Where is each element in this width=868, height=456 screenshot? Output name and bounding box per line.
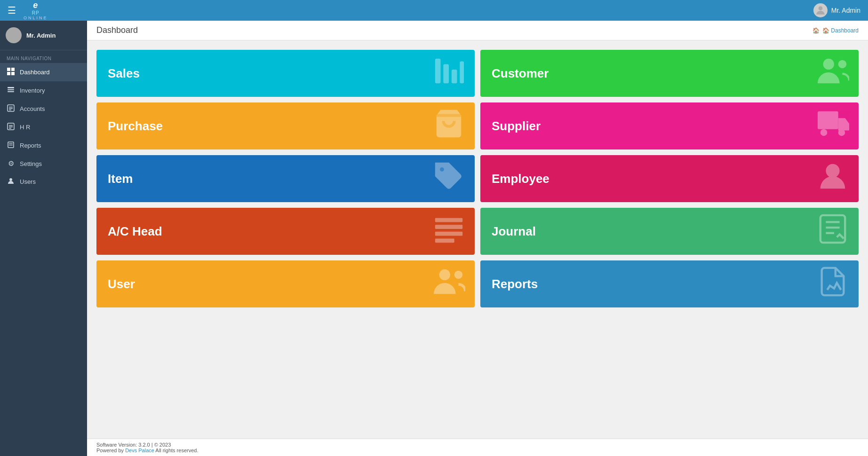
sidebar-item-reports[interactable]: Reports	[0, 136, 87, 155]
sidebar-label-users: Users	[20, 178, 36, 185]
sidebar-user: Mr. Admin	[0, 21, 87, 50]
hr-icon	[7, 123, 15, 132]
sidebar-item-hr[interactable]: H R	[0, 118, 87, 136]
svg-point-39	[454, 271, 463, 279]
card-journal-label: Journal	[480, 224, 536, 239]
svg-rect-16	[9, 128, 11, 129]
hamburger-button[interactable]: ☰	[8, 5, 16, 16]
sidebar-label-settings: Settings	[20, 160, 42, 167]
breadcrumb-bar: Dashboard 🏠 🏠 Dashboard	[87, 21, 868, 40]
svg-rect-10	[9, 107, 13, 108]
card-reports-label: Reports	[480, 277, 538, 291]
svg-rect-35	[435, 232, 462, 236]
footer-link[interactable]: Devs Palace	[125, 448, 154, 453]
page-title: Dashboard	[96, 25, 138, 35]
svg-rect-18	[9, 143, 13, 144]
navbar-right: Mr. Admin	[813, 3, 860, 17]
footer: Software Version: 3.2.0 | © 2023 Powered…	[87, 439, 868, 456]
card-user[interactable]: User	[96, 260, 475, 307]
svg-rect-28	[818, 111, 838, 129]
card-employee-icon	[816, 160, 849, 197]
card-item[interactable]: Item	[96, 155, 475, 202]
svg-point-38	[439, 269, 450, 280]
svg-rect-2	[7, 68, 10, 71]
sidebar-username: Mr. Admin	[26, 32, 56, 39]
card-customer[interactable]: Customer	[480, 50, 859, 97]
card-employee-label: Employee	[480, 172, 549, 186]
sidebar-item-dashboard[interactable]: Dashboard	[0, 63, 87, 81]
card-journal[interactable]: Journal	[480, 208, 859, 255]
svg-rect-7	[8, 89, 14, 90]
svg-rect-21	[435, 59, 441, 84]
svg-rect-33	[435, 218, 462, 222]
card-sales-icon	[432, 55, 465, 92]
svg-rect-22	[443, 64, 449, 83]
footer-version: Software Version: 3.2.0 | © 2023	[96, 442, 859, 448]
dashboard-grid: Sales Customer Purchase	[87, 40, 868, 439]
svg-rect-12	[9, 110, 11, 110]
accounts-icon	[7, 104, 15, 113]
card-user-label: User	[96, 277, 135, 291]
svg-point-30	[838, 129, 845, 136]
sidebar-label-hr: H R	[20, 124, 30, 131]
svg-point-26	[838, 60, 847, 69]
card-purchase-icon	[432, 107, 465, 145]
svg-rect-8	[8, 91, 14, 92]
svg-rect-14	[9, 125, 13, 126]
svg-rect-15	[9, 126, 13, 127]
sidebar-avatar	[6, 27, 22, 43]
card-reports[interactable]: Reports	[480, 260, 859, 307]
card-supplier[interactable]: Supplier	[480, 102, 859, 149]
card-purchase[interactable]: Purchase	[96, 102, 475, 149]
sidebar: Mr. Admin MAIN NAVIGATION Dashboard Inve…	[0, 21, 87, 456]
footer-powered: Powered by Devs Palace All rights reserv…	[96, 448, 859, 453]
card-purchase-label: Purchase	[96, 119, 163, 134]
svg-rect-36	[435, 238, 454, 243]
card-supplier-label: Supplier	[480, 119, 541, 134]
card-customer-label: Customer	[480, 66, 549, 81]
breadcrumb-nav: 🏠 🏠 Dashboard	[812, 27, 859, 34]
svg-rect-34	[435, 225, 462, 229]
sidebar-section-title: MAIN NAVIGATION	[0, 50, 87, 63]
card-achead-label: A/C Head	[96, 224, 162, 239]
settings-icon: ⚙	[7, 159, 15, 168]
svg-rect-4	[7, 72, 10, 75]
sidebar-label-dashboard: Dashboard	[20, 69, 50, 76]
svg-rect-3	[11, 68, 15, 71]
card-user-icon	[432, 265, 465, 303]
card-achead-icon	[432, 212, 465, 250]
svg-point-31	[440, 167, 444, 172]
sidebar-label-reports: Reports	[20, 142, 41, 149]
card-achead[interactable]: A/C Head	[96, 208, 475, 255]
card-employee[interactable]: Employee	[480, 155, 859, 202]
card-sales[interactable]: Sales	[96, 50, 475, 97]
sidebar-item-inventory[interactable]: Inventory	[0, 81, 87, 100]
svg-point-29	[820, 129, 828, 136]
card-journal-icon	[816, 212, 849, 250]
navbar-left: ☰ eRP ONLINE	[8, 0, 48, 20]
sidebar-item-settings[interactable]: ⚙ Settings	[0, 155, 87, 173]
sidebar-item-users[interactable]: Users	[0, 173, 87, 191]
svg-rect-37	[820, 215, 845, 243]
svg-point-1	[11, 31, 16, 35]
svg-rect-6	[8, 87, 14, 88]
dashboard-icon	[7, 68, 15, 77]
logo: eRP ONLINE	[24, 0, 48, 20]
sidebar-item-accounts[interactable]: Accounts	[0, 100, 87, 118]
top-navbar: ☰ eRP ONLINE Mr. Admin	[0, 0, 868, 21]
svg-rect-24	[460, 62, 464, 84]
svg-point-32	[826, 164, 839, 178]
card-reports-icon	[816, 265, 849, 303]
svg-rect-5	[11, 72, 15, 75]
inventory-icon	[7, 86, 15, 95]
layout: Mr. Admin MAIN NAVIGATION Dashboard Inve…	[0, 21, 868, 456]
card-item-icon	[432, 160, 465, 197]
main-content: Dashboard 🏠 🏠 Dashboard Sales Customer	[87, 21, 868, 456]
svg-point-25	[823, 59, 834, 70]
admin-name: Mr. Admin	[831, 7, 860, 14]
card-supplier-icon	[816, 107, 849, 145]
svg-point-0	[818, 6, 822, 10]
card-item-label: Item	[96, 172, 133, 186]
svg-rect-23	[452, 70, 457, 83]
user-avatar	[813, 3, 828, 17]
